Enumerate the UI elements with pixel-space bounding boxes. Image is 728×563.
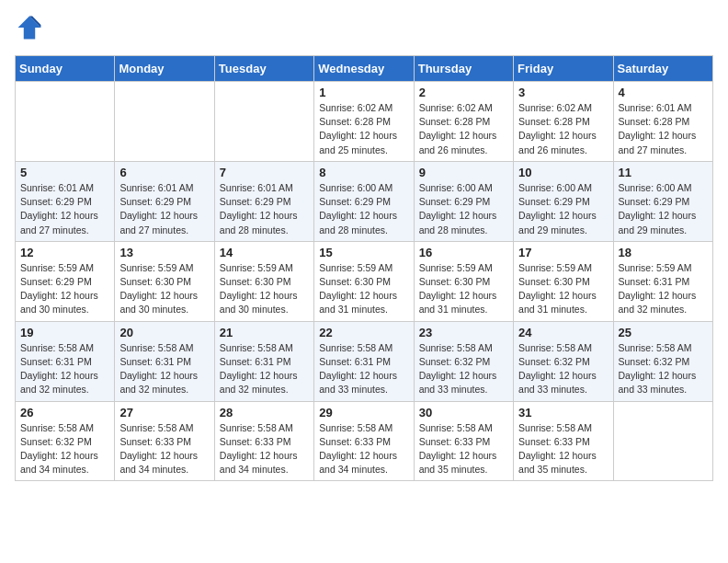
calendar-cell: 13Sunrise: 5:59 AM Sunset: 6:30 PM Dayli… bbox=[115, 241, 214, 321]
calendar-cell: 30Sunrise: 5:58 AM Sunset: 6:33 PM Dayli… bbox=[414, 401, 513, 481]
day-number: 18 bbox=[619, 246, 708, 259]
calendar-week-4: 19Sunrise: 5:58 AM Sunset: 6:31 PM Dayli… bbox=[16, 321, 713, 401]
day-info: Sunrise: 6:02 AM Sunset: 6:28 PM Dayligh… bbox=[319, 101, 408, 157]
day-info: Sunrise: 5:58 AM Sunset: 6:31 PM Dayligh… bbox=[119, 341, 209, 397]
calendar-cell: 2Sunrise: 6:02 AM Sunset: 6:28 PM Daylig… bbox=[414, 82, 513, 162]
calendar-cell: 25Sunrise: 5:58 AM Sunset: 6:32 PM Dayli… bbox=[613, 321, 712, 401]
day-number: 13 bbox=[119, 246, 209, 259]
day-info: Sunrise: 5:58 AM Sunset: 6:33 PM Dayligh… bbox=[119, 421, 209, 477]
day-number: 5 bbox=[20, 166, 109, 179]
day-info: Sunrise: 5:58 AM Sunset: 6:31 PM Dayligh… bbox=[319, 341, 408, 397]
calendar-cell: 10Sunrise: 6:00 AM Sunset: 6:29 PM Dayli… bbox=[514, 161, 613, 241]
day-number: 29 bbox=[319, 406, 408, 419]
calendar-cell: 4Sunrise: 6:01 AM Sunset: 6:28 PM Daylig… bbox=[613, 82, 712, 162]
logo-icon bbox=[17, 15, 42, 40]
calendar-cell: 14Sunrise: 5:59 AM Sunset: 6:30 PM Dayli… bbox=[214, 241, 313, 321]
day-info: Sunrise: 5:58 AM Sunset: 6:32 PM Dayligh… bbox=[20, 421, 109, 477]
calendar-cell: 8Sunrise: 6:00 AM Sunset: 6:29 PM Daylig… bbox=[314, 161, 414, 241]
svg-marker-0 bbox=[18, 17, 41, 40]
day-info: Sunrise: 6:01 AM Sunset: 6:28 PM Dayligh… bbox=[619, 101, 708, 157]
day-info: Sunrise: 6:00 AM Sunset: 6:29 PM Dayligh… bbox=[419, 181, 508, 237]
day-info: Sunrise: 6:02 AM Sunset: 6:28 PM Dayligh… bbox=[518, 101, 608, 157]
day-number: 11 bbox=[619, 166, 708, 179]
day-number: 28 bbox=[220, 406, 309, 419]
day-number: 22 bbox=[319, 326, 408, 339]
day-info: Sunrise: 5:58 AM Sunset: 6:31 PM Dayligh… bbox=[220, 341, 309, 397]
day-number: 9 bbox=[419, 166, 508, 179]
calendar-cell: 7Sunrise: 6:01 AM Sunset: 6:29 PM Daylig… bbox=[214, 161, 313, 241]
calendar-cell: 3Sunrise: 6:02 AM Sunset: 6:28 PM Daylig… bbox=[514, 82, 613, 162]
day-number: 10 bbox=[518, 166, 608, 179]
calendar-cell: 11Sunrise: 6:00 AM Sunset: 6:29 PM Dayli… bbox=[613, 161, 712, 241]
calendar-cell: 19Sunrise: 5:58 AM Sunset: 6:31 PM Dayli… bbox=[16, 321, 115, 401]
calendar-header-row: SundayMondayTuesdayWednesdayThursdayFrid… bbox=[16, 56, 713, 82]
day-info: Sunrise: 5:59 AM Sunset: 6:31 PM Dayligh… bbox=[619, 261, 708, 317]
day-number: 21 bbox=[220, 326, 309, 339]
day-info: Sunrise: 5:59 AM Sunset: 6:30 PM Dayligh… bbox=[220, 261, 309, 317]
day-number: 26 bbox=[20, 406, 109, 419]
day-info: Sunrise: 5:58 AM Sunset: 6:33 PM Dayligh… bbox=[419, 421, 508, 477]
calendar-cell bbox=[115, 82, 214, 162]
logo bbox=[15, 15, 42, 44]
day-number: 6 bbox=[119, 166, 209, 179]
day-info: Sunrise: 5:58 AM Sunset: 6:33 PM Dayligh… bbox=[518, 421, 608, 477]
calendar-cell: 1Sunrise: 6:02 AM Sunset: 6:28 PM Daylig… bbox=[314, 82, 414, 162]
calendar-week-2: 5Sunrise: 6:01 AM Sunset: 6:29 PM Daylig… bbox=[16, 161, 713, 241]
col-header-saturday: Saturday bbox=[613, 56, 712, 82]
col-header-friday: Friday bbox=[514, 56, 613, 82]
day-info: Sunrise: 5:58 AM Sunset: 6:33 PM Dayligh… bbox=[220, 421, 309, 477]
day-info: Sunrise: 5:59 AM Sunset: 6:30 PM Dayligh… bbox=[119, 261, 209, 317]
day-info: Sunrise: 6:02 AM Sunset: 6:28 PM Dayligh… bbox=[419, 101, 508, 157]
day-number: 30 bbox=[419, 406, 508, 419]
day-info: Sunrise: 5:59 AM Sunset: 6:29 PM Dayligh… bbox=[20, 261, 109, 317]
day-number: 31 bbox=[518, 406, 608, 419]
day-info: Sunrise: 6:01 AM Sunset: 6:29 PM Dayligh… bbox=[20, 181, 109, 237]
day-number: 7 bbox=[220, 166, 309, 179]
calendar-cell: 9Sunrise: 6:00 AM Sunset: 6:29 PM Daylig… bbox=[414, 161, 513, 241]
page-header bbox=[15, 15, 713, 44]
calendar-cell bbox=[613, 401, 712, 481]
col-header-thursday: Thursday bbox=[414, 56, 513, 82]
day-number: 19 bbox=[20, 326, 109, 339]
day-number: 24 bbox=[518, 326, 608, 339]
day-number: 25 bbox=[619, 326, 708, 339]
day-info: Sunrise: 5:59 AM Sunset: 6:30 PM Dayligh… bbox=[319, 261, 408, 317]
calendar-cell bbox=[16, 82, 115, 162]
day-number: 8 bbox=[319, 166, 408, 179]
calendar-cell: 21Sunrise: 5:58 AM Sunset: 6:31 PM Dayli… bbox=[214, 321, 313, 401]
calendar-cell: 15Sunrise: 5:59 AM Sunset: 6:30 PM Dayli… bbox=[314, 241, 414, 321]
day-number: 15 bbox=[319, 246, 408, 259]
day-number: 27 bbox=[119, 406, 209, 419]
day-info: Sunrise: 6:00 AM Sunset: 6:29 PM Dayligh… bbox=[518, 181, 608, 237]
calendar-week-3: 12Sunrise: 5:59 AM Sunset: 6:29 PM Dayli… bbox=[16, 241, 713, 321]
calendar-cell: 24Sunrise: 5:58 AM Sunset: 6:32 PM Dayli… bbox=[514, 321, 613, 401]
day-info: Sunrise: 5:58 AM Sunset: 6:32 PM Dayligh… bbox=[518, 341, 608, 397]
day-info: Sunrise: 5:58 AM Sunset: 6:31 PM Dayligh… bbox=[20, 341, 109, 397]
day-info: Sunrise: 6:00 AM Sunset: 6:29 PM Dayligh… bbox=[619, 181, 708, 237]
calendar-cell: 27Sunrise: 5:58 AM Sunset: 6:33 PM Dayli… bbox=[115, 401, 214, 481]
calendar-cell: 16Sunrise: 5:59 AM Sunset: 6:30 PM Dayli… bbox=[414, 241, 513, 321]
calendar-cell: 29Sunrise: 5:58 AM Sunset: 6:33 PM Dayli… bbox=[314, 401, 414, 481]
day-number: 23 bbox=[419, 326, 508, 339]
calendar-cell: 26Sunrise: 5:58 AM Sunset: 6:32 PM Dayli… bbox=[16, 401, 115, 481]
calendar-cell: 18Sunrise: 5:59 AM Sunset: 6:31 PM Dayli… bbox=[613, 241, 712, 321]
day-number: 4 bbox=[619, 86, 708, 99]
day-info: Sunrise: 5:59 AM Sunset: 6:30 PM Dayligh… bbox=[518, 261, 608, 317]
col-header-tuesday: Tuesday bbox=[214, 56, 313, 82]
day-number: 12 bbox=[20, 246, 109, 259]
calendar-cell: 17Sunrise: 5:59 AM Sunset: 6:30 PM Dayli… bbox=[514, 241, 613, 321]
calendar-table: SundayMondayTuesdayWednesdayThursdayFrid… bbox=[15, 55, 713, 481]
calendar-cell: 28Sunrise: 5:58 AM Sunset: 6:33 PM Dayli… bbox=[214, 401, 313, 481]
day-number: 3 bbox=[518, 86, 608, 99]
day-info: Sunrise: 6:01 AM Sunset: 6:29 PM Dayligh… bbox=[119, 181, 209, 237]
calendar-cell: 6Sunrise: 6:01 AM Sunset: 6:29 PM Daylig… bbox=[115, 161, 214, 241]
day-info: Sunrise: 5:58 AM Sunset: 6:32 PM Dayligh… bbox=[619, 341, 708, 397]
col-header-sunday: Sunday bbox=[16, 56, 115, 82]
col-header-wednesday: Wednesday bbox=[314, 56, 414, 82]
calendar-week-5: 26Sunrise: 5:58 AM Sunset: 6:32 PM Dayli… bbox=[16, 401, 713, 481]
calendar-cell: 22Sunrise: 5:58 AM Sunset: 6:31 PM Dayli… bbox=[314, 321, 414, 401]
day-info: Sunrise: 6:01 AM Sunset: 6:29 PM Dayligh… bbox=[220, 181, 309, 237]
day-info: Sunrise: 5:58 AM Sunset: 6:33 PM Dayligh… bbox=[319, 421, 408, 477]
calendar-cell: 20Sunrise: 5:58 AM Sunset: 6:31 PM Dayli… bbox=[115, 321, 214, 401]
day-number: 2 bbox=[419, 86, 508, 99]
